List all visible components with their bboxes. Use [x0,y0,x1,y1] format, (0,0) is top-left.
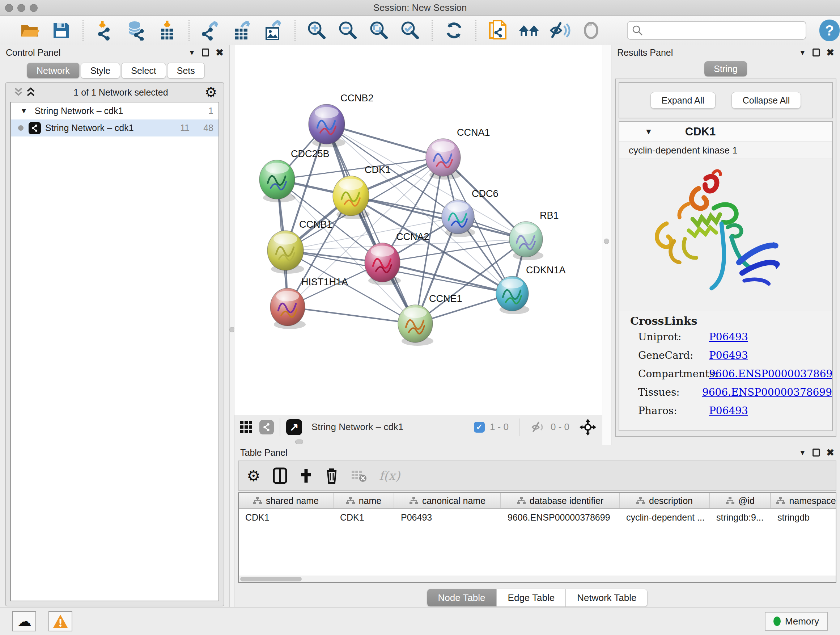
network-node-CCNE1[interactable]: CCNE1 [398,293,462,346]
network-node-CDK1[interactable]: CDK1 [333,165,391,219]
table-cell[interactable]: CDK1 [333,512,394,523]
network-node-HIST1H1A[interactable]: HIST1H1A [270,277,348,329]
expand-all-button[interactable]: Expand All [651,92,715,109]
help-button[interactable]: ? [819,19,840,41]
crosslink-link[interactable]: 9606.ENSP00000378699 [702,386,832,398]
crosslink-link[interactable]: P06493 [709,405,748,417]
zoom-selected-button[interactable] [400,20,421,41]
table-cell[interactable]: P06493 [394,512,501,523]
scrollbar-thumb[interactable] [240,577,302,581]
table-row[interactable]: CDK1CDK1P064939606.ENSP00000378699cyclin… [239,509,836,526]
column-header-shared-name[interactable]: shared name [239,493,333,508]
results-panel-menu-icon[interactable]: ▼ [799,49,806,57]
left-splitter-knob[interactable] [229,327,235,333]
share-document-button[interactable] [487,20,508,41]
column-header-namespace[interactable]: namespace [771,493,836,508]
hide-selected-button[interactable] [549,20,570,41]
network-node-CCNA2[interactable]: CCNA2 [365,231,429,285]
control-panel-float-icon[interactable] [202,49,209,57]
control-panel-menu-icon[interactable]: ▼ [188,49,195,57]
crosslink-link[interactable]: P06493 [709,331,748,343]
network-node-CDC25B[interactable]: CDC25B [259,149,330,203]
zoom-fit-button[interactable] [369,20,390,41]
tab-node-table[interactable]: Node Table [427,589,497,607]
export-table-button[interactable] [232,20,253,41]
tab-edge-table[interactable]: Edge Table [497,589,566,607]
open-in-new-window-icon[interactable]: ↗ [286,419,302,435]
show-eye-button[interactable] [581,20,602,41]
search-box[interactable] [627,21,806,40]
tab-style[interactable]: Style [81,63,120,79]
import-table-button[interactable] [156,20,178,41]
results-splitter[interactable] [602,45,611,445]
collapse-all-button[interactable]: Collapse All [731,92,801,109]
homes-button[interactable] [518,20,539,41]
gene-collapse-icon[interactable]: ▼ [645,127,653,136]
collapse-all-icon[interactable] [12,87,25,98]
zoom-in-button[interactable] [306,20,327,41]
control-panel-close-icon[interactable]: ✖ [216,47,224,58]
table-cell[interactable]: 9606.ENSP00000378699 [501,512,620,523]
network-canvas[interactable]: CCNB2CCNA1CDC25BCDK1CDC6RB1CCNB1CCNA2CDK… [234,45,602,415]
table-horizontal-scrollbar[interactable] [239,576,836,582]
show-columns-icon[interactable] [273,467,287,484]
create-column-icon[interactable] [300,467,313,484]
function-builder-icon[interactable]: f(x) [379,469,400,483]
network-options-gear-icon[interactable]: ⚙ [205,84,217,100]
table-splitter-knob[interactable] [295,440,303,444]
table-cell[interactable]: stringdb:9... [710,512,771,523]
column-header-name[interactable]: name [333,493,394,508]
zoom-out-button[interactable] [338,20,358,41]
save-session-button[interactable] [51,20,72,41]
gene-header-row[interactable]: ▼ CDK1 [619,122,832,142]
results-panel-float-icon[interactable] [813,49,820,57]
search-input[interactable] [643,23,801,38]
warnings-button[interactable] [49,611,73,631]
column-header-@id[interactable]: @id [710,493,771,508]
crosslink-link[interactable]: 9606.ENSP00000378699 [709,368,833,380]
open-session-button[interactable] [19,20,41,41]
import-network-button[interactable] [95,20,115,41]
network-collection-row[interactable]: ▼ String Network – cdk1 1 [11,103,218,119]
table-panel-float-icon[interactable] [813,448,820,456]
table-splitter[interactable] [234,439,602,445]
tab-sets[interactable]: Sets [167,63,205,79]
results-panel-close-icon[interactable]: ✖ [826,47,834,58]
column-header-canonical-name[interactable]: canonical name [394,493,501,508]
table-cell[interactable]: cyclin-dependent ... [620,512,710,523]
table-panel-menu-icon[interactable]: ▼ [799,448,806,457]
table-cell[interactable]: stringdb [771,512,836,523]
network-row[interactable]: String Network – cdk1 11 48 [11,119,218,136]
network-node-CCNB2[interactable]: CCNB2 [309,93,374,147]
network-edge[interactable] [327,124,415,324]
birds-eye-view-icon[interactable] [240,421,252,433]
table-panel-close-icon[interactable]: ✖ [826,447,834,458]
memory-button[interactable]: Memory [765,612,828,631]
export-network-button[interactable] [201,20,221,41]
results-splitter-knob[interactable] [604,239,609,244]
table-options-gear-icon[interactable]: ⚙ [247,467,261,485]
export-image-button[interactable] [263,20,284,41]
delete-column-icon[interactable] [325,467,339,484]
tab-network-table[interactable]: Network Table [566,589,647,607]
tab-string[interactable]: String [704,61,747,76]
column-header-database-identifier[interactable]: database identifier [501,493,620,508]
refresh-button[interactable] [444,20,464,41]
collection-expand-icon[interactable]: ▼ [20,107,27,115]
expand-all-icon[interactable] [25,87,37,98]
cloud-status-button[interactable]: ☁ [12,611,36,631]
pan-crosshair-icon[interactable] [579,419,596,435]
tab-network[interactable]: Network [27,63,80,79]
tab-select[interactable]: Select [121,63,166,79]
column-header-description[interactable]: description [620,493,710,508]
crosslink-link[interactable]: P06493 [709,349,748,361]
left-splitter[interactable] [229,45,234,607]
network-edge[interactable] [287,307,415,324]
import-database-button[interactable] [126,20,147,41]
network-node-CDKN1A[interactable]: CDKN1A [496,264,566,314]
table-cell[interactable]: CDK1 [239,512,333,523]
selected-nodes-checkbox-icon[interactable]: ✓ [474,422,485,432]
delete-table-icon[interactable] [351,469,367,482]
network-node-RB1[interactable]: RB1 [509,210,559,260]
string-network-icon[interactable] [259,420,274,434]
